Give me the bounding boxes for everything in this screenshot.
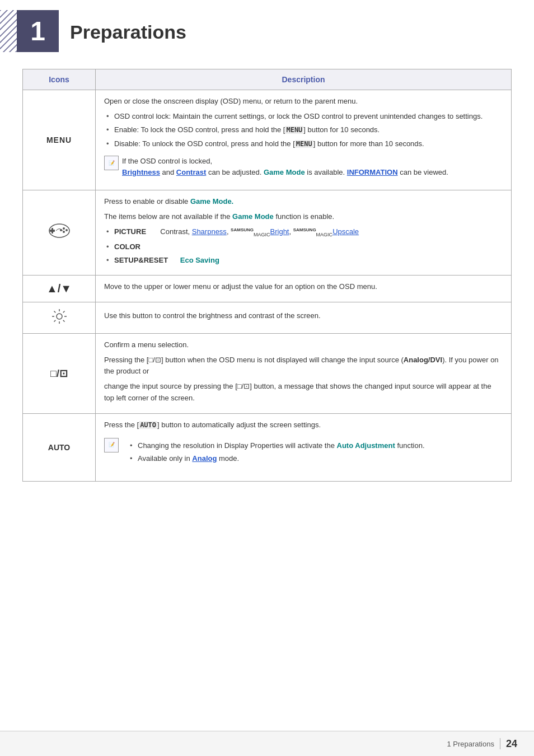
- auto-bracket: AUTO: [139, 421, 157, 429]
- svg-point-5: [63, 231, 65, 233]
- eco-saving-link[interactable]: Eco Saving: [180, 256, 219, 264]
- note-icon: 📝: [104, 156, 119, 170]
- footer-page-number: 24: [506, 738, 517, 750]
- chapter-number-block: 1: [17, 10, 59, 52]
- note-box-auto: 📝 Changing the resolution in Display Pro…: [104, 436, 503, 471]
- page-header: 1 Preparations: [0, 0, 534, 58]
- menu-bracket: MENU: [285, 126, 303, 134]
- svg-point-4: [65, 229, 68, 231]
- gamepad-bullet-list: PICTURE Contrast, Sharpness, SAMSUNGMAGI…: [104, 226, 503, 266]
- icon-cell-menu: MENU: [23, 90, 96, 190]
- list-item: SETUP&RESET Eco Saving: [104, 255, 503, 266]
- game-mode-link-1[interactable]: Game Mode: [264, 168, 305, 176]
- svg-point-7: [57, 314, 62, 319]
- square-icon: □/⊡: [50, 368, 68, 379]
- note-box-1: 📝 If the OSD control is locked, Brightne…: [104, 153, 503, 180]
- col-header-description: Description: [96, 69, 512, 90]
- auto-adjustment-link[interactable]: Auto Adjustment: [337, 441, 395, 450]
- menu-bullet-list: OSD control lock: Maintain the current s…: [104, 111, 503, 150]
- samsung-sup-2: SAMSUNG: [293, 227, 316, 232]
- icon-cell-brightness: [23, 302, 96, 333]
- desc-cell-arrows: Move to the upper or lower menu or adjus…: [96, 275, 512, 302]
- brightness-link[interactable]: Brightness: [122, 168, 160, 176]
- magic-sub: MAGIC: [254, 231, 270, 237]
- col-header-icons: Icons: [23, 69, 96, 90]
- note-icon-auto: 📝: [104, 438, 119, 452]
- information-link[interactable]: INFORMATION: [347, 168, 398, 176]
- color-label: COLOR: [114, 242, 140, 251]
- magic-sub-2: MAGIC: [316, 231, 333, 237]
- menu-desc-1: Open or close the onscreen display (OSD)…: [104, 96, 503, 108]
- list-item: Disable: To unlock the OSD control, pres…: [104, 138, 503, 150]
- svg-line-14: [63, 311, 64, 312]
- auto-desc-1: Press the [AUTO] button to automatically…: [104, 419, 503, 431]
- svg-rect-2: [50, 230, 55, 232]
- svg-line-15: [54, 320, 55, 321]
- square-desc-1: Confirm a menu selection.: [104, 339, 503, 351]
- table-row: MENU Open or close the onscreen display …: [23, 90, 512, 190]
- bright-link[interactable]: Bright: [270, 227, 289, 236]
- table-row: AUTO Press the [AUTO] button to automati…: [23, 413, 512, 481]
- footer-section-label: 1 Preparations: [447, 740, 494, 748]
- table-row: Press to enable or disable Game Mode. Th…: [23, 190, 512, 276]
- icons-table: Icons Description MENU Open or close the…: [22, 69, 512, 482]
- arrows-icon: ▲/▼: [46, 282, 72, 295]
- list-item: Available only in Analog mode.: [128, 453, 425, 464]
- table-row: ▲/▼ Move to the upper or lower menu or a…: [23, 275, 512, 302]
- page-title: Preparations: [70, 10, 186, 43]
- icon-cell-auto: AUTO: [23, 413, 96, 481]
- icon-cell-arrows: ▲/▼: [23, 275, 96, 302]
- footer-divider: [500, 738, 500, 749]
- note-line-2: Brightness and Contrast can be adjusted.…: [122, 168, 448, 176]
- chapter-number: 1: [30, 18, 45, 45]
- gamepad-desc-1: Press to enable or disable Game Mode.: [104, 196, 503, 208]
- auto-bullet-list: Changing the resolution in Display Prope…: [128, 440, 425, 466]
- desc-cell-auto: Press the [AUTO] button to automatically…: [96, 413, 512, 481]
- svg-line-12: [54, 311, 55, 312]
- content-area: Icons Description MENU Open or close the…: [0, 69, 534, 482]
- analog-link[interactable]: Analog: [192, 454, 217, 463]
- menu-bracket-2: MENU: [295, 140, 313, 148]
- list-item: COLOR: [104, 241, 503, 253]
- arrows-desc: Move to the upper or lower menu or adjus…: [104, 281, 503, 293]
- table-row: Use this button to control the brightnes…: [23, 302, 512, 333]
- setup-label: SETUP&RESET: [114, 256, 168, 264]
- gamepad-desc-2: The items below are not available if the…: [104, 211, 503, 223]
- svg-point-3: [63, 227, 65, 230]
- brightness-icon: [51, 315, 68, 327]
- desc-cell-square: Confirm a menu selection. Pressing the […: [96, 333, 512, 413]
- desc-cell-gamepad: Press to enable or disable Game Mode. Th…: [96, 190, 512, 276]
- game-mode-text-2: Game Mode: [232, 212, 274, 221]
- table-row: □/⊡ Confirm a menu selection. Pressing t…: [23, 333, 512, 413]
- picture-items: Contrast, Sharpness, SAMSUNGMAGICBright,…: [160, 227, 359, 236]
- brightness-desc: Use this button to control the brightnes…: [104, 310, 503, 322]
- square-desc-2: Pressing the [□/⊡] button when the OSD m…: [104, 354, 503, 378]
- list-item: OSD control lock: Maintain the current s…: [104, 111, 503, 122]
- auto-icon: AUTO: [48, 443, 70, 452]
- menu-icon: MENU: [46, 136, 72, 144]
- icon-cell-square: □/⊡: [23, 333, 96, 413]
- svg-line-13: [63, 320, 64, 321]
- list-item: Enable: To lock the OSD control, press a…: [104, 124, 503, 136]
- desc-cell-brightness: Use this button to control the brightnes…: [96, 302, 512, 333]
- picture-label: PICTURE: [114, 227, 146, 236]
- desc-cell-menu: Open or close the onscreen display (OSD)…: [96, 90, 512, 190]
- contrast-link[interactable]: Contrast: [176, 168, 206, 176]
- game-mode-text: Game Mode.: [190, 197, 233, 206]
- list-item: PICTURE Contrast, Sharpness, SAMSUNGMAGI…: [104, 226, 503, 239]
- page-footer: 1 Preparations 24: [0, 731, 534, 756]
- gamepad-icon: [48, 222, 71, 243]
- sharpness-link[interactable]: Sharpness: [192, 227, 227, 236]
- note-text-1: If the OSD control is locked, Brightness…: [122, 156, 448, 178]
- square-desc-3: change the input source by pressing the …: [104, 381, 503, 404]
- samsung-sup: SAMSUNG: [231, 227, 254, 232]
- analog-dvi-text: Analog/DVI: [404, 356, 442, 364]
- upscale-link[interactable]: Upscale: [332, 227, 359, 236]
- icon-cell-gamepad: [23, 190, 96, 276]
- note-line-1: If the OSD control is locked,: [122, 157, 212, 165]
- list-item: Changing the resolution in Display Prope…: [128, 440, 425, 451]
